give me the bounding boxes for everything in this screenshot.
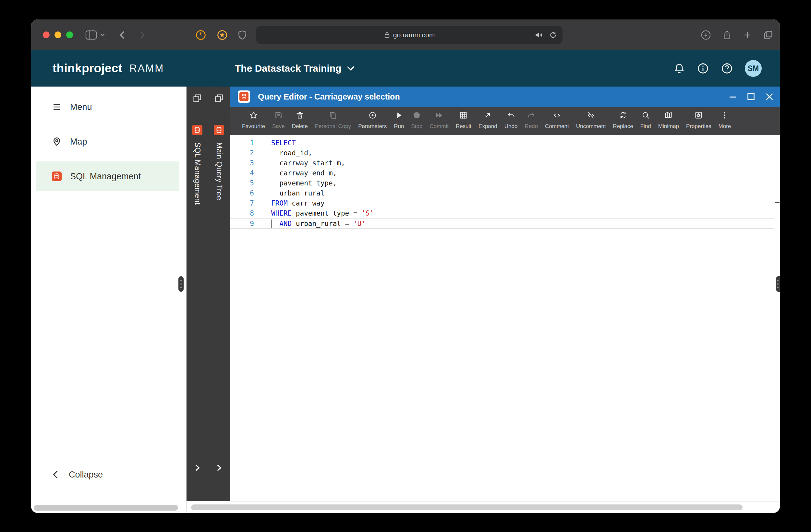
browser-window: go.ramm.com thinkproject RAMM The Datast… <box>31 19 780 513</box>
code-line-8[interactable]: 8WHERE pavement_type = 'S' <box>230 208 780 219</box>
code-line-content: pavement_type, <box>254 178 337 188</box>
toolbar-button-minimap[interactable]: Minimap <box>655 110 683 130</box>
toolbar-button-properties[interactable]: Properties <box>683 110 715 130</box>
stop-icon <box>412 111 421 121</box>
panel-tab-sql-management[interactable]: SQL Management <box>186 87 208 501</box>
toolbar-button-comment[interactable]: Comment <box>541 110 572 130</box>
code-line-content: urban_rural <box>254 188 324 199</box>
toolbar-button-label: Redo <box>524 123 538 130</box>
query-editor-titlebar[interactable]: Query Editor - Carriageway selection <box>230 87 780 107</box>
toolbar-button-favourite[interactable]: Favourite <box>239 110 269 130</box>
panel-tab-main-query-tree[interactable]: Main Query Tree <box>208 87 230 501</box>
sidebar-item-menu[interactable]: Menu <box>36 92 179 122</box>
toolbar-button-uncomment[interactable]: Uncomment <box>572 110 610 130</box>
forward-button[interactable] <box>138 19 147 50</box>
editor-horizontal-scrollbar[interactable] <box>186 501 780 513</box>
minimize-button[interactable] <box>728 92 738 101</box>
workspace-title: The Datastack Training <box>235 63 341 74</box>
sidebar-item-sql-management[interactable]: SQL Management <box>36 161 179 191</box>
audio-playing-icon[interactable] <box>535 31 543 39</box>
user-avatar[interactable]: SM <box>745 60 762 77</box>
cascade-windows-icon[interactable] <box>214 94 224 104</box>
expand-panel-chevron[interactable] <box>193 464 201 473</box>
toolbar-button-label: Uncomment <box>576 123 606 130</box>
editor-vertical-scrollbar[interactable] <box>774 135 780 501</box>
toolbar-button-parameters[interactable]: Parameters <box>355 110 390 130</box>
line-number: 4 <box>230 168 254 178</box>
line-number: 9 <box>230 219 254 228</box>
code-line-4[interactable]: 4 carrway_end_m, <box>230 168 780 178</box>
logo-suffix: RAMM <box>129 63 164 74</box>
scrollbar-thumb[interactable] <box>191 504 743 510</box>
minimize-window-button[interactable] <box>55 31 61 38</box>
toolbar-button-replace[interactable]: Replace <box>609 110 637 130</box>
reload-icon[interactable] <box>549 31 557 39</box>
notifications-bell-icon[interactable] <box>673 62 685 75</box>
tab-overview-icon[interactable] <box>763 30 774 40</box>
help-icon[interactable] <box>721 62 733 75</box>
back-arrow-icon <box>118 30 127 40</box>
redo-icon <box>527 111 536 121</box>
app-header: thinkproject RAMM The Datastack Training… <box>31 50 780 87</box>
map-pin-icon <box>52 137 62 146</box>
toolbar-button-label: Find <box>640 123 651 130</box>
grid-icon <box>459 111 468 121</box>
expand-panel-chevron[interactable] <box>215 464 223 473</box>
code-line-3[interactable]: 3 carrway_start_m, <box>230 158 780 168</box>
new-tab-icon[interactable] <box>743 30 752 40</box>
code-line-7[interactable]: 7FROM carr_way <box>230 199 780 208</box>
right-panel-resize-handle[interactable] <box>776 276 780 292</box>
more-icon <box>720 111 729 121</box>
close-button[interactable] <box>764 91 775 102</box>
toolbar-button-label: More <box>719 123 731 130</box>
code-line-content: carrway_start_m, <box>254 158 345 168</box>
maximize-button[interactable] <box>746 92 756 101</box>
downloads-icon[interactable] <box>701 30 711 40</box>
extension-button-2[interactable] <box>217 19 228 50</box>
address-bar[interactable]: go.ramm.com <box>256 26 563 44</box>
toolbar-button-delete[interactable]: Delete <box>288 110 311 130</box>
workspace-selector[interactable]: The Datastack Training <box>235 50 355 87</box>
zoom-window-button[interactable] <box>66 31 73 38</box>
code-line-6[interactable]: 6 urban_rural <box>230 188 780 199</box>
menu-icon <box>52 102 62 112</box>
sql-code-editor[interactable]: 1SELECT2 road_id,3 carrway_start_m,4 car… <box>230 135 780 501</box>
toolbar-button-personal-copy: Personal Copy <box>311 110 355 130</box>
toolbar-button-expand[interactable]: Expand <box>475 110 501 130</box>
window-traffic-lights <box>43 31 73 38</box>
privacy-report-button[interactable] <box>238 19 247 50</box>
header-actions: SM <box>673 50 762 87</box>
toolbar-button-result[interactable]: Result <box>452 110 475 130</box>
code-line-9[interactable]: 9 AND urban_rural = 'U' <box>230 219 780 229</box>
url-text: go.ramm.com <box>393 31 435 39</box>
extension-button-1[interactable] <box>195 19 206 50</box>
cascade-windows-icon[interactable] <box>193 94 202 104</box>
code-line-2[interactable]: 2 road_id, <box>230 148 780 158</box>
toolbar-button-more[interactable]: More <box>715 110 735 130</box>
toolbar-button-undo[interactable]: Undo <box>501 110 521 130</box>
query-editor-icon <box>238 91 250 103</box>
sidebar-resize-handle[interactable] <box>179 276 184 292</box>
code-line-1[interactable]: 1SELECT <box>230 138 780 148</box>
sidebar-collapse-button[interactable]: Collapse <box>36 464 103 485</box>
share-icon[interactable] <box>722 30 732 41</box>
query-editor-toolbar: FavouriteSaveDeletePersonal CopyParamete… <box>230 107 780 135</box>
back-button[interactable] <box>118 19 127 50</box>
toolbar-button-label: Delete <box>292 123 308 130</box>
info-icon[interactable] <box>697 62 709 75</box>
toolbar-button-run[interactable]: Run <box>390 110 408 130</box>
sidebar-horizontal-scrollbar[interactable] <box>34 505 178 511</box>
close-window-button[interactable] <box>43 31 50 38</box>
sidebar-item-label: Menu <box>70 102 92 112</box>
replace-icon <box>618 111 627 121</box>
chevron-down-icon <box>100 33 105 37</box>
target-icon <box>368 111 377 121</box>
sidebar-toggle-button[interactable] <box>85 19 97 50</box>
sidebar-menu-chevron[interactable] <box>100 19 105 50</box>
line-number: 3 <box>230 158 254 168</box>
toolbar-button-label: Minimap <box>658 123 679 130</box>
toolbar-button-label: Stop <box>411 123 423 130</box>
sidebar-item-map[interactable]: Map <box>36 127 179 157</box>
toolbar-button-find[interactable]: Find <box>637 110 655 130</box>
code-line-5[interactable]: 5 pavement_type, <box>230 178 780 188</box>
